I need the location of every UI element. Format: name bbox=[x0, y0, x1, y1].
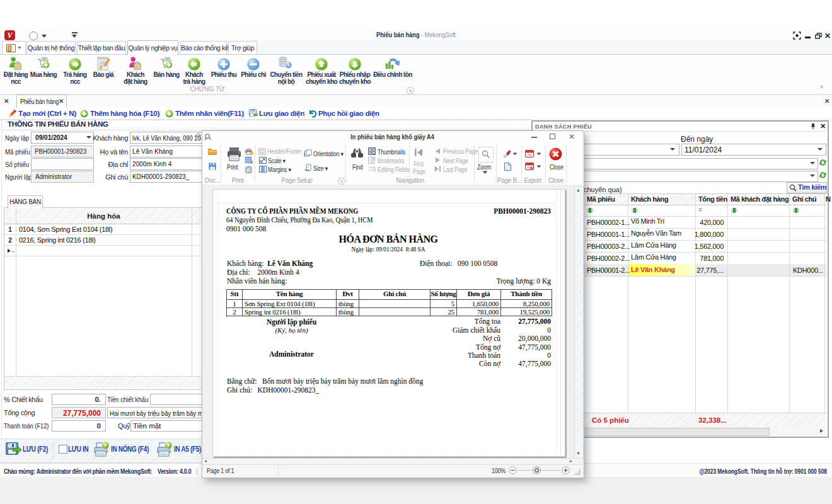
svg-text:?: ? bbox=[166, 442, 170, 449]
svg-text:?: ? bbox=[103, 442, 107, 449]
